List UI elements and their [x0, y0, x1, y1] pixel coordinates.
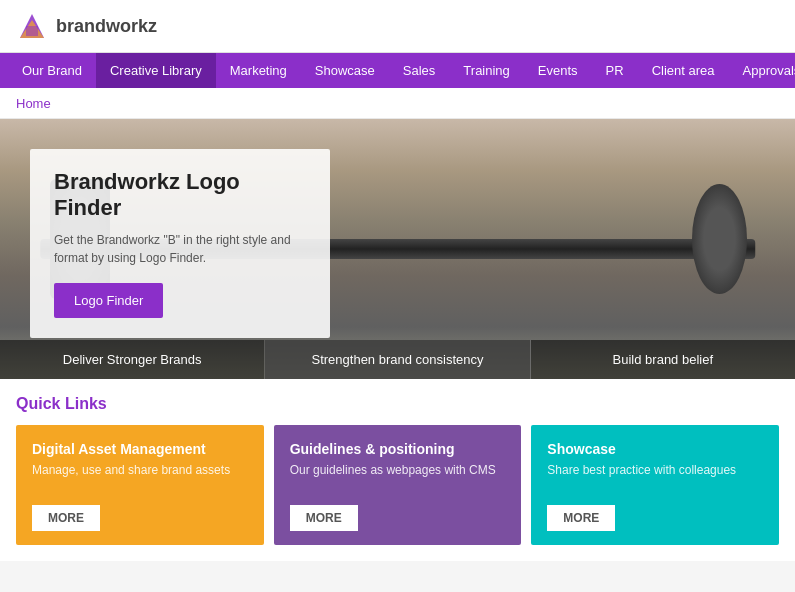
card-showcase: Showcase Share best practice with collea…	[531, 425, 779, 545]
nav-item-client-area[interactable]: Client area	[638, 53, 729, 88]
barbell-weight-right	[692, 184, 747, 294]
header: brandworkz	[0, 0, 795, 53]
breadcrumb: Home	[0, 88, 795, 119]
quick-links-title: Quick Links	[16, 395, 779, 413]
card-guidelines-desc: Our guidelines as webpages with CMS	[290, 463, 506, 477]
card-showcase-more-button[interactable]: MORE	[547, 505, 615, 531]
card-guidelines: Guidelines & positioning Our guidelines …	[274, 425, 522, 545]
svg-rect-2	[26, 26, 38, 36]
bottom-bar-item-1[interactable]: Deliver Stronger Brands	[0, 340, 265, 379]
brandworkz-logo-icon	[16, 10, 48, 42]
quick-links-cards: Digital Asset Management Manage, use and…	[16, 425, 779, 545]
logo-text: brandworkz	[56, 16, 157, 37]
hero-title: Brandworkz Logo Finder	[54, 169, 306, 221]
hero-bottom-bar: Deliver Stronger Brands Strengthen brand…	[0, 340, 795, 379]
nav-item-approvals[interactable]: Approvals	[729, 53, 795, 88]
card-dam-more-button[interactable]: MORE	[32, 505, 100, 531]
card-dam-desc: Manage, use and share brand assets	[32, 463, 248, 477]
nav-item-pr[interactable]: PR	[592, 53, 638, 88]
card-showcase-desc: Share best practice with colleagues	[547, 463, 763, 477]
card-guidelines-more-button[interactable]: MORE	[290, 505, 358, 531]
logo-finder-button[interactable]: Logo Finder	[54, 283, 163, 318]
card-digital-asset-management: Digital Asset Management Manage, use and…	[16, 425, 264, 545]
nav-item-marketing[interactable]: Marketing	[216, 53, 301, 88]
card-guidelines-title: Guidelines & positioning	[290, 441, 506, 457]
nav-item-creative-library[interactable]: Creative Library	[96, 53, 216, 88]
nav-item-events[interactable]: Events	[524, 53, 592, 88]
hero-section: Brandworkz Logo Finder Get the Brandwork…	[0, 119, 795, 379]
main-nav: Our Brand Creative Library Marketing Sho…	[0, 53, 795, 88]
bottom-bar-item-3[interactable]: Build brand belief	[531, 340, 795, 379]
hero-description: Get the Brandworkz "B" in the right styl…	[54, 231, 306, 267]
nav-item-showcase[interactable]: Showcase	[301, 53, 389, 88]
logo[interactable]: brandworkz	[16, 10, 157, 42]
nav-item-our-brand[interactable]: Our Brand	[8, 53, 96, 88]
hero-content-box: Brandworkz Logo Finder Get the Brandwork…	[30, 149, 330, 338]
card-showcase-title: Showcase	[547, 441, 763, 457]
card-dam-title: Digital Asset Management	[32, 441, 248, 457]
breadcrumb-home[interactable]: Home	[16, 96, 51, 111]
quick-links-section: Quick Links Digital Asset Management Man…	[0, 379, 795, 561]
nav-item-sales[interactable]: Sales	[389, 53, 450, 88]
nav-item-training[interactable]: Training	[449, 53, 523, 88]
bottom-bar-item-2[interactable]: Strengthen brand consistency	[265, 340, 530, 379]
